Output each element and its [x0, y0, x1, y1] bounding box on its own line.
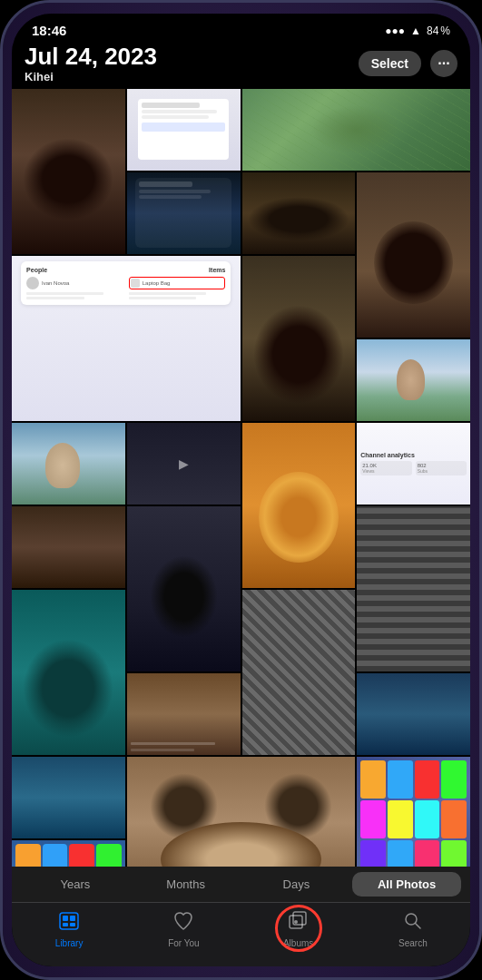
- photo-cell[interactable]: People Items Ivan Novoa: [12, 256, 241, 421]
- svg-rect-4: [70, 923, 75, 926]
- photo-cell[interactable]: [12, 840, 125, 867]
- photo-cell[interactable]: [127, 172, 241, 254]
- signal-icon: ●●●: [385, 24, 405, 37]
- tab-days[interactable]: Days: [242, 872, 351, 897]
- svg-point-8: [406, 914, 417, 925]
- bottom-nav: Library For You: [12, 902, 470, 966]
- photo-cell[interactable]: [127, 89, 241, 171]
- nav-search[interactable]: Search: [356, 910, 470, 948]
- photo-cell[interactable]: ▶: [127, 423, 241, 505]
- location-text: Kihei: [25, 70, 157, 83]
- phone-frame: 18:46 ●●● ▲ 84% Jul 24, 2023 Kihei Selec…: [0, 0, 482, 980]
- header-left: Jul 24, 2023 Kihei: [25, 44, 157, 83]
- screen: 18:46 ●●● ▲ 84% Jul 24, 2023 Kihei Selec…: [12, 14, 470, 966]
- photo-cell[interactable]: [12, 590, 125, 755]
- tab-all-photos[interactable]: All Photos: [352, 872, 461, 897]
- photo-cell[interactable]: [357, 339, 470, 421]
- status-icons: ●●● ▲ 84%: [385, 24, 450, 37]
- library-icon: [58, 910, 80, 936]
- photo-cell[interactable]: [127, 673, 241, 755]
- photo-cell[interactable]: [357, 506, 470, 671]
- photo-cell[interactable]: [12, 423, 125, 505]
- svg-rect-1: [63, 916, 68, 921]
- header-right: Select ···: [359, 50, 457, 77]
- albums-label: Albums: [283, 938, 313, 948]
- photo-cell[interactable]: [242, 89, 471, 171]
- grid-container: People Items Ivan Novoa: [12, 89, 470, 867]
- photo-cell[interactable]: Channel analytics 21.0KViews 802Subs: [357, 423, 470, 505]
- svg-point-7: [294, 920, 298, 924]
- photo-cell[interactable]: [12, 757, 125, 838]
- photo-cell[interactable]: [357, 673, 470, 755]
- battery-icon: 84%: [427, 24, 450, 37]
- photo-cell[interactable]: [357, 757, 470, 867]
- photo-cell[interactable]: [242, 256, 356, 421]
- photo-cell[interactable]: [127, 757, 356, 867]
- header: Jul 24, 2023 Kihei Select ···: [12, 42, 470, 89]
- notch: [182, 14, 300, 39]
- date-text: Jul 24, 2023: [25, 44, 157, 70]
- library-label: Library: [55, 938, 84, 948]
- search-icon: [402, 910, 424, 936]
- search-label: Search: [398, 938, 428, 948]
- tab-years[interactable]: Years: [21, 872, 130, 897]
- photo-cell[interactable]: [242, 172, 356, 254]
- photo-cell[interactable]: [12, 506, 125, 588]
- status-time: 18:46: [32, 23, 66, 38]
- svg-rect-3: [63, 923, 68, 926]
- svg-rect-0: [60, 913, 78, 929]
- nav-library[interactable]: Library: [12, 910, 126, 948]
- more-button[interactable]: ···: [430, 50, 457, 77]
- photo-cell[interactable]: [357, 172, 470, 338]
- nav-for-you[interactable]: For You: [126, 910, 241, 948]
- photo-grid: People Items Ivan Novoa: [12, 89, 470, 867]
- select-button[interactable]: Select: [359, 51, 421, 76]
- filter-tabs: Years Months Days All Photos: [12, 867, 470, 902]
- photo-cell[interactable]: [127, 506, 241, 671]
- nav-albums[interactable]: Albums: [241, 910, 356, 948]
- tab-months[interactable]: Months: [132, 872, 241, 897]
- wifi-icon: ▲: [410, 24, 421, 37]
- photo-cell[interactable]: [12, 89, 125, 254]
- photo-cell[interactable]: [242, 423, 356, 588]
- photo-cell[interactable]: [242, 590, 356, 755]
- albums-icon: [288, 910, 310, 936]
- svg-rect-2: [70, 916, 75, 921]
- for-you-icon: [172, 910, 194, 936]
- for-you-label: For You: [168, 938, 199, 948]
